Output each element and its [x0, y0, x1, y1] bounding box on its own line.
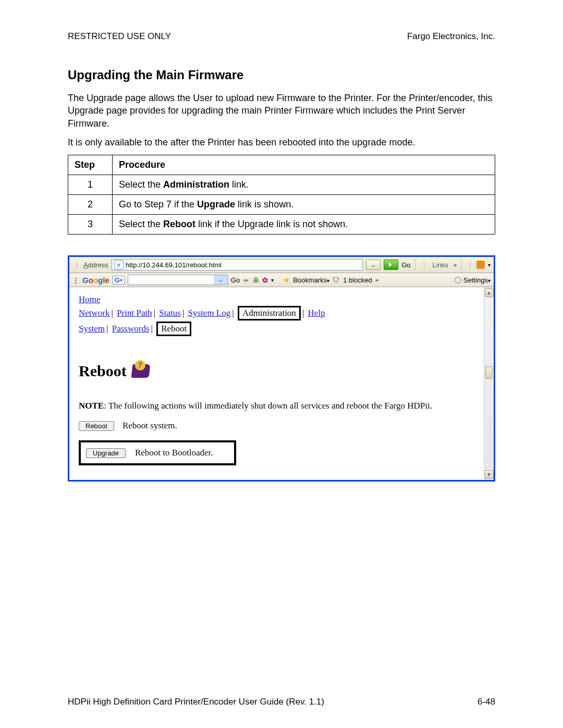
- extension-dropdown-icon[interactable]: ▾: [488, 262, 491, 268]
- nav-system[interactable]: System: [79, 324, 105, 334]
- note-text: NOTE: The following actions will immedia…: [79, 401, 474, 411]
- nav-help[interactable]: Help: [308, 308, 325, 318]
- nav-status[interactable]: Status: [159, 308, 181, 318]
- address-input[interactable]: e http://10.244.69.101/reboot.html: [112, 259, 363, 270]
- status-dot-icon: [455, 277, 461, 283]
- google-logo-icon: Google: [82, 276, 109, 285]
- intro-paragraph-1: The Upgrade page allows the User to uplo…: [68, 92, 495, 130]
- printer-icon[interactable]: 🖶: [252, 276, 259, 284]
- page-heading: Reboot: [79, 362, 474, 380]
- google-go-label[interactable]: Go: [231, 276, 240, 284]
- bookmarks-button[interactable]: Bookmarks▾: [293, 276, 329, 284]
- reboot-caption: Reboot system.: [123, 421, 177, 431]
- toolbar-grip-icon: ⋮: [72, 276, 79, 284]
- toolbar-grip-icon: ⋮: [420, 261, 427, 269]
- settings-button[interactable]: Settings▾: [463, 276, 491, 284]
- nav-system-log[interactable]: System Log: [188, 308, 231, 318]
- ie-page-icon: e: [114, 260, 124, 269]
- go-label: Go: [401, 261, 410, 269]
- scroll-track[interactable]: [485, 298, 493, 469]
- nav-arrows-icon[interactable]: ◂▸: [243, 277, 249, 283]
- table-row: 3 Select the Reboot link if the Upgrade …: [68, 215, 495, 235]
- address-dropdown-button[interactable]: ⌄: [366, 260, 381, 270]
- document-page: RESTRICTED USE ONLY Fargo Electronics, I…: [0, 0, 563, 728]
- page-content: Home Network| Print Path| Status| System…: [69, 287, 484, 480]
- step-text: Go to Step 7 if the Upgrade link is show…: [113, 195, 495, 215]
- blocked-count[interactable]: 1 blocked: [343, 276, 372, 284]
- extension-icon[interactable]: [476, 261, 485, 269]
- scroll-down-icon[interactable]: ▼: [485, 470, 494, 479]
- page-viewport: Home Network| Print Path| Status| System…: [69, 287, 494, 480]
- vertical-scrollbar[interactable]: ▲ ▼: [484, 287, 494, 480]
- toolbar-grip-icon: ⋮: [466, 261, 473, 269]
- nav-network[interactable]: Network: [79, 308, 109, 318]
- browser-screenshot: ⋮ Address e http://10.244.69.101/reboot.…: [68, 255, 495, 482]
- nav-passwords[interactable]: Passwords: [112, 324, 150, 334]
- step-number: 1: [68, 175, 113, 195]
- nav-print-path[interactable]: Print Path: [117, 308, 152, 318]
- site-nav: Home Network| Print Path| Status| System…: [79, 294, 474, 336]
- address-toolbar: ⋮ Address e http://10.244.69.101/reboot.…: [69, 257, 494, 273]
- popup-blocked-icon[interactable]: 🛡: [333, 276, 340, 284]
- reboot-row: Reboot Reboot system.: [79, 421, 474, 431]
- star-icon[interactable]: ★: [283, 276, 290, 284]
- help-book-icon[interactable]: [132, 364, 150, 378]
- links-label: Links: [431, 261, 450, 269]
- footer-page-number: 6-48: [478, 697, 495, 707]
- toolbar-grip-icon: ⋮: [72, 261, 80, 269]
- toolbar-separator: [415, 259, 415, 270]
- step-number: 2: [68, 195, 113, 215]
- page-header: RESTRICTED USE ONLY Fargo Electronics, I…: [68, 31, 495, 42]
- google-search-input[interactable]: ⌄: [128, 275, 228, 285]
- address-label: Address: [83, 261, 108, 269]
- footer-title: HDPii High Definition Card Printer/Encod…: [68, 697, 324, 707]
- overflow-icon[interactable]: »: [375, 277, 378, 283]
- nav-reboot-highlighted[interactable]: Reboot: [156, 322, 191, 336]
- upgrade-caption: Reboot to Bootloader.: [135, 448, 213, 458]
- table-row: 2 Go to Step 7 if the Upgrade link is sh…: [68, 195, 495, 215]
- scroll-thumb[interactable]: [485, 366, 493, 379]
- url-text: http://10.244.69.101/reboot.html: [126, 261, 222, 269]
- toolbar-more-icon[interactable]: ✿: [262, 276, 268, 284]
- step-number: 3: [68, 215, 113, 235]
- nav-administration-highlighted[interactable]: Administration: [238, 306, 301, 320]
- google-menu-button[interactable]: G▾: [113, 276, 125, 285]
- upgrade-button[interactable]: Upgrade: [86, 448, 126, 458]
- table-row: 1 Select the Administration link.: [68, 175, 495, 195]
- step-text: Select the Administration link.: [113, 175, 495, 195]
- upgrade-highlight-box: Upgrade Reboot to Bootloader.: [79, 440, 236, 465]
- procedure-table: Step Procedure 1 Select the Administrati…: [68, 155, 495, 235]
- company-label: Fargo Electronics, Inc.: [407, 31, 495, 42]
- col-procedure: Procedure: [113, 155, 495, 175]
- reboot-button[interactable]: Reboot: [79, 421, 114, 431]
- scroll-up-icon[interactable]: ▲: [485, 288, 494, 297]
- col-step: Step: [68, 155, 113, 175]
- intro-paragraph-2: It is only available to the after the Pr…: [68, 136, 495, 149]
- links-chevron-icon[interactable]: »: [454, 262, 457, 268]
- toolbar-separator: [461, 259, 461, 270]
- nav-home[interactable]: Home: [79, 294, 101, 304]
- chevron-down-icon[interactable]: ▾: [271, 277, 274, 283]
- go-button[interactable]: [384, 260, 398, 270]
- section-title: Upgrading the Main Firmware: [68, 68, 495, 82]
- restricted-label: RESTRICTED USE ONLY: [68, 31, 171, 42]
- step-text: Select the Reboot link if the Upgrade li…: [113, 215, 495, 235]
- page-footer: HDPii High Definition Card Printer/Encod…: [68, 697, 495, 707]
- google-toolbar: ⋮ Google G▾ ⌄ Go ◂▸ 🖶 ✿ ▾ ★ Bookmarks▾ 🛡…: [69, 273, 494, 287]
